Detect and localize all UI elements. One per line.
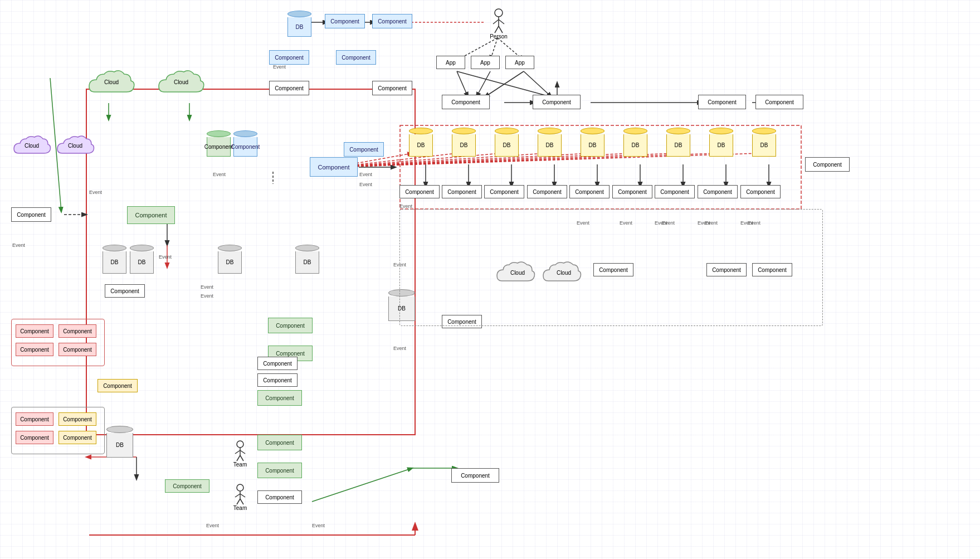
comp-bot-pink-2[interactable]: Component bbox=[16, 431, 53, 444]
db-y-4: DB bbox=[537, 125, 562, 159]
svg-line-62 bbox=[240, 450, 245, 454]
group-dashed-right bbox=[399, 209, 823, 326]
comp-row-1[interactable]: Component bbox=[399, 185, 440, 198]
svg-line-31 bbox=[334, 153, 718, 167]
team-label-1: Team bbox=[233, 461, 247, 468]
comp-mid-b[interactable]: Component bbox=[257, 373, 298, 387]
cloud-label-2: Cloud bbox=[174, 79, 188, 85]
event-mid-3: Event bbox=[201, 293, 213, 299]
person-figure: Person bbox=[485, 8, 513, 47]
svg-line-8 bbox=[485, 71, 524, 97]
db-green-mid: Component bbox=[206, 128, 231, 159]
svg-line-58 bbox=[499, 26, 503, 33]
svg-line-51 bbox=[312, 468, 412, 502]
comp-top-4[interactable]: Component bbox=[336, 50, 376, 65]
comp-far-right[interactable]: Component bbox=[805, 157, 850, 172]
team-person-1: Team bbox=[226, 440, 254, 474]
db-mid-left-1: DB bbox=[102, 242, 127, 276]
person-label: Person bbox=[490, 33, 508, 40]
event-label-right: Event bbox=[359, 172, 372, 177]
diagram-canvas: { "title": "Architecture Diagram", "node… bbox=[0, 0, 980, 559]
comp-mid-a[interactable]: Component bbox=[257, 357, 298, 370]
comp-right-mid[interactable]: Component bbox=[344, 142, 384, 157]
comp-top-2[interactable]: Component bbox=[372, 14, 412, 28]
comp-bot-gray[interactable]: Component bbox=[257, 490, 302, 504]
db-mid-left-2: DB bbox=[129, 242, 154, 276]
db-y-2: DB bbox=[451, 125, 476, 159]
event-label-right2: Event bbox=[359, 182, 372, 187]
cloud-label-4: Cloud bbox=[68, 143, 82, 149]
svg-line-68 bbox=[240, 494, 245, 497]
svg-line-57 bbox=[495, 26, 499, 33]
svg-point-53 bbox=[495, 9, 503, 17]
app-3[interactable]: App bbox=[505, 56, 534, 69]
db-y-9: DB bbox=[752, 125, 777, 159]
comp-right-out[interactable]: Component bbox=[755, 95, 803, 109]
db-mid-right: DB bbox=[295, 242, 320, 276]
event-dashed-box: Event bbox=[399, 203, 412, 209]
cloud-green-1: Cloud bbox=[86, 64, 136, 100]
cloud-label-3: Cloud bbox=[25, 143, 39, 149]
comp-bot-yellow-2[interactable]: Component bbox=[58, 431, 96, 444]
comp-row-4[interactable]: Component bbox=[527, 185, 567, 198]
comp-large-right[interactable]: Component bbox=[451, 468, 499, 483]
comp-green-bot[interactable]: Component bbox=[165, 479, 209, 493]
comp-green-bot-2[interactable]: Component bbox=[257, 463, 302, 478]
comp-top-5[interactable]: Component bbox=[269, 81, 309, 95]
comp-row-9[interactable]: Component bbox=[740, 185, 781, 198]
comp-grp-3[interactable]: Component bbox=[16, 343, 53, 356]
cloud-label-gray-2: Cloud bbox=[557, 270, 571, 276]
comp-grp-2[interactable]: Component bbox=[58, 324, 96, 338]
comp-center-big[interactable]: Component bbox=[310, 157, 358, 177]
event-bot-2: Event bbox=[312, 523, 325, 528]
comp-left-1[interactable]: Component bbox=[11, 207, 51, 222]
comp-top-1[interactable]: Component bbox=[325, 14, 365, 28]
svg-line-63 bbox=[237, 455, 240, 461]
event-label-left: Event bbox=[12, 242, 25, 248]
event-mid-1: Event bbox=[159, 254, 172, 260]
comp-bot-yellow-1[interactable]: Component bbox=[58, 412, 96, 426]
comp-row-3[interactable]: Component bbox=[484, 185, 524, 198]
cloud-label-1: Cloud bbox=[104, 79, 119, 85]
comp-below-db[interactable]: Component bbox=[105, 284, 145, 298]
event-label-1: Event bbox=[273, 64, 286, 70]
comp-row-7[interactable]: Component bbox=[655, 185, 695, 198]
comp-green-bot-1[interactable]: Component bbox=[257, 435, 302, 450]
cloud-green-2: Cloud bbox=[156, 64, 206, 100]
event-center-right-2: Event bbox=[393, 346, 406, 351]
comp-top-3[interactable]: Component bbox=[269, 50, 309, 65]
comp-row-6[interactable]: Component bbox=[612, 185, 652, 198]
svg-point-59 bbox=[237, 441, 243, 448]
comp-bot-pink-1[interactable]: Component bbox=[16, 412, 53, 426]
svg-line-55 bbox=[493, 20, 499, 24]
svg-line-6 bbox=[457, 71, 468, 97]
db-y-6: DB bbox=[623, 125, 648, 159]
team-label-2: Team bbox=[233, 505, 247, 511]
comp-green-big[interactable]: Component bbox=[127, 206, 175, 224]
comp-top-6[interactable]: Component bbox=[372, 81, 412, 95]
app-1[interactable]: App bbox=[436, 56, 465, 69]
comp-row-5[interactable]: Component bbox=[569, 185, 610, 198]
comp-mid-2[interactable]: Component bbox=[533, 95, 581, 109]
app-2[interactable]: App bbox=[471, 56, 500, 69]
team-person-2: Team bbox=[226, 484, 254, 517]
event-bot-1: Event bbox=[206, 523, 219, 528]
db-y-8: DB bbox=[709, 125, 734, 159]
db-mid-center: DB bbox=[217, 242, 242, 276]
cloud-label-gray-1: Cloud bbox=[510, 270, 525, 276]
comp-green-mid-3[interactable]: Component bbox=[257, 390, 302, 406]
comp-row-2[interactable]: Component bbox=[442, 185, 482, 198]
event-mid-2: Event bbox=[201, 284, 213, 290]
comp-mid-1[interactable]: Component bbox=[442, 95, 490, 109]
svg-line-10 bbox=[457, 71, 552, 97]
event-label-center: Event bbox=[213, 172, 226, 177]
svg-point-65 bbox=[237, 484, 243, 491]
db-blue-mid: Component bbox=[233, 128, 258, 159]
comp-row-8[interactable]: Component bbox=[698, 185, 738, 198]
comp-green-mid-1[interactable]: Component bbox=[268, 318, 313, 333]
comp-mid-3[interactable]: Component bbox=[698, 95, 746, 109]
comp-grp-4[interactable]: Component bbox=[58, 343, 96, 356]
svg-line-70 bbox=[240, 499, 243, 504]
comp-yellow[interactable]: Component bbox=[97, 379, 138, 392]
comp-grp-1[interactable]: Component bbox=[16, 324, 53, 338]
